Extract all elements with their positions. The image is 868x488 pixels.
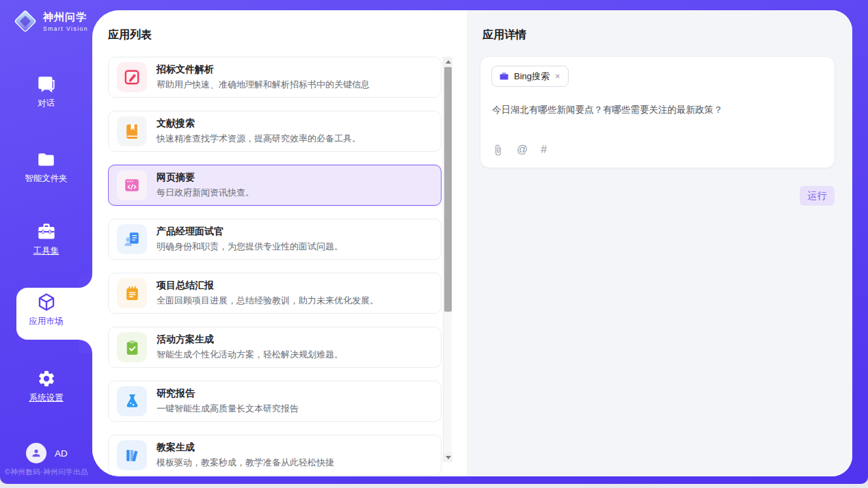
user-account[interactable]: AD xyxy=(26,443,68,463)
triangle-up-icon xyxy=(446,60,451,64)
app-name: 项目总结汇报 xyxy=(157,280,379,292)
mention-icon[interactable]: @ xyxy=(517,144,528,156)
app-desc: 智能生成个性化活动方案，轻松解决规划难题。 xyxy=(157,349,343,361)
app-card-pm-interviewer[interactable]: 产品经理面试官 明确身份和职责，为您提供专业性的面试问题。 xyxy=(108,219,442,260)
app-card-literature-search[interactable]: 文献搜索 快速精准查找学术资源，提高研究效率的必备工具。 xyxy=(108,111,442,152)
app-desc: 明确身份和职责，为您提供专业性的面试问题。 xyxy=(157,241,343,253)
note-icon xyxy=(124,285,141,302)
app-card-web-summary[interactable]: 网页摘要 每日政府新闻资讯快查。 xyxy=(108,165,442,206)
app-name: 研究报告 xyxy=(157,388,299,400)
hash-icon[interactable]: # xyxy=(541,144,547,156)
tool-tag-bing-search[interactable]: Bing搜索 × xyxy=(491,66,569,87)
app-name: 活动方案生成 xyxy=(157,334,343,346)
app-name: 招标文件解析 xyxy=(157,64,370,76)
app-list: 招标文件解析 帮助用户快速、准确地理解和解析招标书中的关键信息 文献搜索 xyxy=(108,57,442,476)
briefcase-icon xyxy=(499,71,509,81)
app-desc: 每日政府新闻资讯快查。 xyxy=(157,187,254,199)
clipboard-check-icon xyxy=(124,339,141,356)
book-icon xyxy=(124,123,141,140)
tool-tag-label: Bing搜索 xyxy=(514,70,550,83)
folder-icon xyxy=(37,150,55,169)
app-list-panel: 应用列表 招标文件解析 帮助用户快速、准确地理解和解析招标书中的关键信息 xyxy=(92,10,467,476)
scroll-up-button[interactable] xyxy=(444,57,452,66)
app-name: 产品经理面试官 xyxy=(157,226,343,238)
edit-document-icon xyxy=(123,68,141,86)
sidebar: 神州问学 Smart Vision 对话 智能文件夹 工具 xyxy=(0,0,92,484)
interviewer-icon xyxy=(123,230,141,248)
app-desc: 帮助用户快速、准确地理解和解析招标书中的关键信息 xyxy=(157,79,370,91)
app-name: 教案生成 xyxy=(157,442,334,454)
toolbox-icon xyxy=(37,222,56,241)
app-name: 网页摘要 xyxy=(157,172,254,184)
sidebar-item-toolset[interactable]: 工具集 xyxy=(0,222,92,257)
run-button[interactable]: 运行 xyxy=(800,186,835,206)
sidebar-footer: ©神州数码·神州问学出品 xyxy=(5,467,88,477)
triangle-down-icon xyxy=(446,456,451,459)
main-content: 应用列表 招标文件解析 帮助用户快速、准确地理解和解析招标书中的关键信息 xyxy=(92,10,852,476)
query-card: Bing搜索 × 今日湖北有哪些新闻要点？有哪些需要关注的最新政策？ @ # xyxy=(480,56,835,168)
scroll-down-button[interactable] xyxy=(444,452,452,462)
books-icon xyxy=(124,447,141,464)
scrollbar-thumb[interactable] xyxy=(444,67,452,312)
app-desc: 模板驱动，教案秒成，教学准备从此轻松快捷 xyxy=(157,457,334,469)
sidebar-item-chat[interactable]: 对话 xyxy=(0,75,92,109)
app-name: 文献搜索 xyxy=(157,118,361,130)
sidebar-item-smart-folders[interactable]: 智能文件夹 xyxy=(0,150,92,185)
app-card-lesson-plan[interactable]: 教案生成 模板驱动，教案秒成，教学准备从此轻松快捷 xyxy=(108,435,442,476)
app-frame: 神州问学 Smart Vision 对话 智能文件夹 工具 xyxy=(0,0,868,484)
app-detail-panel: 应用详情 Bing搜索 × 今日湖北有哪些新闻要点？有哪些需要关注的最新政策？ … xyxy=(467,10,852,476)
brand-diamond-icon xyxy=(12,8,38,34)
user-initials: AD xyxy=(55,448,68,459)
brand-logo: 神州问学 Smart Vision xyxy=(12,8,88,34)
chat-icon xyxy=(37,75,55,94)
person-icon xyxy=(31,448,42,459)
app-list-scrollbar[interactable] xyxy=(443,57,452,462)
app-desc: 一键智能生成高质量长文本研究报告 xyxy=(157,403,299,415)
app-detail-title: 应用详情 xyxy=(483,28,526,42)
gear-icon xyxy=(37,369,56,388)
research-icon xyxy=(124,393,141,410)
sidebar-item-app-market[interactable]: 应用市场 xyxy=(0,293,92,327)
app-card-bid-analysis[interactable]: 招标文件解析 帮助用户快速、准确地理解和解析招标书中的关键信息 xyxy=(108,57,442,98)
tag-close-icon[interactable]: × xyxy=(554,72,561,81)
brand-subtitle: Smart Vision xyxy=(43,25,88,32)
input-toolbar: @ # xyxy=(492,144,547,156)
app-card-research-report[interactable]: 研究报告 一键智能生成高质量长文本研究报告 xyxy=(108,381,442,422)
brand-name: 神州问学 xyxy=(43,11,88,24)
browser-code-icon xyxy=(123,176,141,194)
sidebar-item-label: 工具集 xyxy=(33,245,59,257)
sidebar-item-label: 应用市场 xyxy=(29,316,64,327)
sidebar-item-settings[interactable]: 系统设置 xyxy=(0,369,92,404)
query-input[interactable]: 今日湖北有哪些新闻要点？有哪些需要关注的最新政策？ xyxy=(492,103,821,117)
app-desc: 全面回顾项目进展，总结经验教训，助力未来优化发展。 xyxy=(157,295,379,307)
sidebar-item-label: 对话 xyxy=(38,98,55,109)
app-card-project-summary[interactable]: 项目总结汇报 全面回顾项目进展，总结经验教训，助力未来优化发展。 xyxy=(108,273,442,314)
cube-icon xyxy=(37,293,56,312)
paperclip-icon[interactable] xyxy=(492,144,504,156)
sidebar-item-label: 系统设置 xyxy=(29,392,64,404)
app-list-title: 应用列表 xyxy=(108,28,152,42)
sidebar-item-label: 智能文件夹 xyxy=(25,173,68,185)
app-card-event-plan[interactable]: 活动方案生成 智能生成个性化活动方案，轻松解决规划难题。 xyxy=(108,327,442,368)
avatar xyxy=(26,443,46,463)
app-desc: 快速精准查找学术资源，提高研究效率的必备工具。 xyxy=(157,133,361,145)
